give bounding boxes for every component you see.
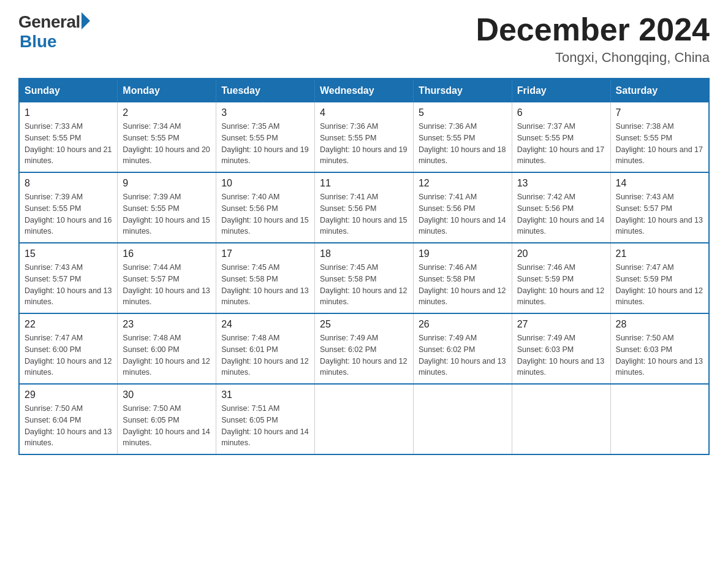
weekday-header-saturday: Saturday	[610, 79, 709, 102]
day-number: 16	[123, 248, 211, 259]
calendar-cell: 3 Sunrise: 7:35 AMSunset: 5:55 PMDayligh…	[216, 102, 315, 172]
day-info: Sunrise: 7:47 AMSunset: 5:59 PMDaylight:…	[616, 262, 703, 308]
day-info: Sunrise: 7:51 AMSunset: 6:05 PMDaylight:…	[221, 403, 309, 449]
day-number: 7	[616, 107, 703, 118]
calendar-cell: 10 Sunrise: 7:40 AMSunset: 5:56 PMDaylig…	[216, 172, 315, 243]
calendar-cell: 26 Sunrise: 7:49 AMSunset: 6:02 PMDaylig…	[413, 313, 512, 384]
calendar-cell: 28 Sunrise: 7:50 AMSunset: 6:03 PMDaylig…	[610, 313, 709, 384]
calendar-cell: 23 Sunrise: 7:48 AMSunset: 6:00 PMDaylig…	[118, 313, 216, 384]
day-info: Sunrise: 7:44 AMSunset: 5:57 PMDaylight:…	[123, 262, 211, 308]
calendar-cell	[610, 384, 709, 454]
day-info: Sunrise: 7:43 AMSunset: 5:57 PMDaylight:…	[616, 191, 703, 237]
calendar-cell: 15 Sunrise: 7:43 AMSunset: 5:57 PMDaylig…	[19, 243, 118, 313]
day-number: 10	[221, 178, 309, 189]
day-number: 27	[517, 319, 605, 330]
day-info: Sunrise: 7:42 AMSunset: 5:56 PMDaylight:…	[517, 191, 605, 237]
calendar-cell: 19 Sunrise: 7:46 AMSunset: 5:58 PMDaylig…	[413, 243, 512, 313]
day-info: Sunrise: 7:49 AMSunset: 6:02 PMDaylight:…	[320, 332, 408, 378]
page-header: General Blue December 2024 Tongxi, Chong…	[18, 12, 710, 66]
logo-general-text: General	[18, 12, 80, 32]
day-number: 28	[616, 319, 703, 330]
week-row-1: 1 Sunrise: 7:33 AMSunset: 5:55 PMDayligh…	[19, 102, 709, 172]
calendar-cell: 29 Sunrise: 7:50 AMSunset: 6:04 PMDaylig…	[19, 384, 118, 454]
day-number: 12	[419, 178, 507, 189]
day-number: 30	[123, 389, 211, 400]
day-info: Sunrise: 7:49 AMSunset: 6:02 PMDaylight:…	[419, 332, 507, 378]
day-info: Sunrise: 7:46 AMSunset: 5:59 PMDaylight:…	[517, 262, 605, 308]
day-info: Sunrise: 7:39 AMSunset: 5:55 PMDaylight:…	[123, 191, 211, 237]
day-number: 18	[320, 248, 408, 259]
calendar-cell: 18 Sunrise: 7:45 AMSunset: 5:58 PMDaylig…	[315, 243, 414, 313]
day-number: 31	[221, 389, 309, 400]
day-number: 6	[517, 107, 605, 118]
weekday-header-wednesday: Wednesday	[315, 79, 414, 102]
day-number: 2	[123, 107, 211, 118]
day-info: Sunrise: 7:47 AMSunset: 6:00 PMDaylight:…	[25, 332, 112, 378]
day-info: Sunrise: 7:38 AMSunset: 5:55 PMDaylight:…	[616, 121, 703, 167]
weekday-header-tuesday: Tuesday	[216, 79, 315, 102]
calendar-cell: 31 Sunrise: 7:51 AMSunset: 6:05 PMDaylig…	[216, 384, 315, 454]
day-number: 4	[320, 107, 408, 118]
day-info: Sunrise: 7:36 AMSunset: 5:55 PMDaylight:…	[320, 121, 408, 167]
day-info: Sunrise: 7:46 AMSunset: 5:58 PMDaylight:…	[419, 262, 507, 308]
day-info: Sunrise: 7:49 AMSunset: 6:03 PMDaylight:…	[517, 332, 605, 378]
weekday-header-thursday: Thursday	[413, 79, 512, 102]
day-info: Sunrise: 7:48 AMSunset: 6:01 PMDaylight:…	[221, 332, 309, 378]
calendar-cell: 2 Sunrise: 7:34 AMSunset: 5:55 PMDayligh…	[118, 102, 216, 172]
day-info: Sunrise: 7:34 AMSunset: 5:55 PMDaylight:…	[123, 121, 211, 167]
day-info: Sunrise: 7:45 AMSunset: 5:58 PMDaylight:…	[320, 262, 408, 308]
location-title: Tongxi, Chongqing, China	[476, 50, 710, 66]
calendar-cell: 14 Sunrise: 7:43 AMSunset: 5:57 PMDaylig…	[610, 172, 709, 243]
day-number: 25	[320, 319, 408, 330]
logo-blue-text: Blue	[20, 32, 57, 52]
day-info: Sunrise: 7:36 AMSunset: 5:55 PMDaylight:…	[419, 121, 507, 167]
calendar-cell: 8 Sunrise: 7:39 AMSunset: 5:55 PMDayligh…	[19, 172, 118, 243]
day-number: 5	[419, 107, 507, 118]
calendar-cell	[315, 384, 414, 454]
calendar-cell: 25 Sunrise: 7:49 AMSunset: 6:02 PMDaylig…	[315, 313, 414, 384]
day-info: Sunrise: 7:43 AMSunset: 5:57 PMDaylight:…	[25, 262, 112, 308]
calendar-cell: 21 Sunrise: 7:47 AMSunset: 5:59 PMDaylig…	[610, 243, 709, 313]
month-title: December 2024	[476, 12, 710, 47]
day-info: Sunrise: 7:37 AMSunset: 5:55 PMDaylight:…	[517, 121, 605, 167]
day-number: 24	[221, 319, 309, 330]
week-row-3: 15 Sunrise: 7:43 AMSunset: 5:57 PMDaylig…	[19, 243, 709, 313]
day-number: 15	[25, 248, 112, 259]
calendar-cell: 11 Sunrise: 7:41 AMSunset: 5:56 PMDaylig…	[315, 172, 414, 243]
calendar-cell: 24 Sunrise: 7:48 AMSunset: 6:01 PMDaylig…	[216, 313, 315, 384]
weekday-header-monday: Monday	[118, 79, 216, 102]
calendar-cell: 17 Sunrise: 7:45 AMSunset: 5:58 PMDaylig…	[216, 243, 315, 313]
calendar-cell: 7 Sunrise: 7:38 AMSunset: 5:55 PMDayligh…	[610, 102, 709, 172]
calendar-cell: 27 Sunrise: 7:49 AMSunset: 6:03 PMDaylig…	[512, 313, 610, 384]
calendar-cell	[413, 384, 512, 454]
day-info: Sunrise: 7:35 AMSunset: 5:55 PMDaylight:…	[221, 121, 309, 167]
day-number: 19	[419, 248, 507, 259]
week-row-5: 29 Sunrise: 7:50 AMSunset: 6:04 PMDaylig…	[19, 384, 709, 454]
day-number: 9	[123, 178, 211, 189]
day-info: Sunrise: 7:45 AMSunset: 5:58 PMDaylight:…	[221, 262, 309, 308]
day-info: Sunrise: 7:39 AMSunset: 5:55 PMDaylight:…	[25, 191, 112, 237]
calendar-cell: 20 Sunrise: 7:46 AMSunset: 5:59 PMDaylig…	[512, 243, 610, 313]
calendar-cell: 6 Sunrise: 7:37 AMSunset: 5:55 PMDayligh…	[512, 102, 610, 172]
calendar-cell: 30 Sunrise: 7:50 AMSunset: 6:05 PMDaylig…	[118, 384, 216, 454]
day-number: 26	[419, 319, 507, 330]
calendar-body: 1 Sunrise: 7:33 AMSunset: 5:55 PMDayligh…	[19, 102, 709, 454]
calendar-cell: 4 Sunrise: 7:36 AMSunset: 5:55 PMDayligh…	[315, 102, 414, 172]
day-number: 20	[517, 248, 605, 259]
calendar-cell: 5 Sunrise: 7:36 AMSunset: 5:55 PMDayligh…	[413, 102, 512, 172]
day-info: Sunrise: 7:33 AMSunset: 5:55 PMDaylight:…	[25, 121, 112, 167]
day-number: 17	[221, 248, 309, 259]
week-row-2: 8 Sunrise: 7:39 AMSunset: 5:55 PMDayligh…	[19, 172, 709, 243]
day-info: Sunrise: 7:50 AMSunset: 6:04 PMDaylight:…	[25, 403, 112, 449]
day-number: 3	[221, 107, 309, 118]
calendar-header: SundayMondayTuesdayWednesdayThursdayFrid…	[19, 79, 709, 102]
title-section: December 2024 Tongxi, Chongqing, China	[476, 12, 710, 66]
day-number: 23	[123, 319, 211, 330]
day-number: 13	[517, 178, 605, 189]
calendar-cell: 22 Sunrise: 7:47 AMSunset: 6:00 PMDaylig…	[19, 313, 118, 384]
calendar-cell	[512, 384, 610, 454]
day-info: Sunrise: 7:48 AMSunset: 6:00 PMDaylight:…	[123, 332, 211, 378]
day-number: 1	[25, 107, 112, 118]
calendar-cell: 1 Sunrise: 7:33 AMSunset: 5:55 PMDayligh…	[19, 102, 118, 172]
day-number: 29	[25, 389, 112, 400]
